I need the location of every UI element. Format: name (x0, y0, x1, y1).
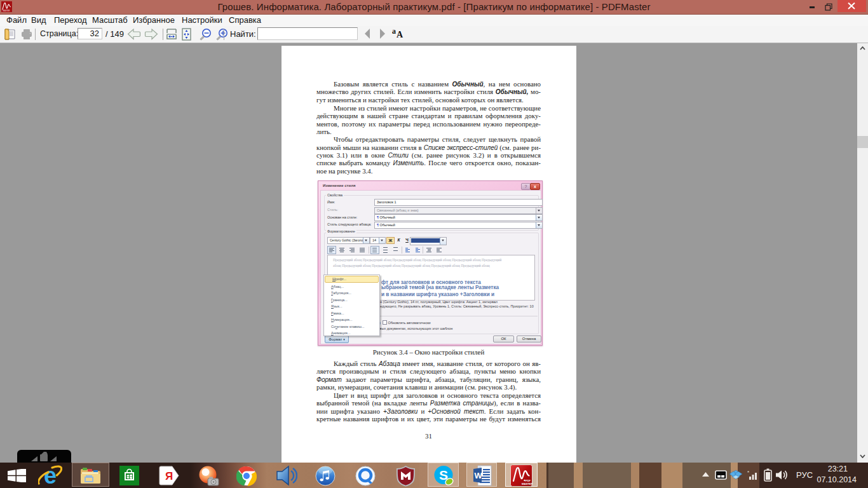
svg-text:*: * (747, 470, 749, 475)
svg-text:Я: Я (165, 470, 173, 482)
svg-text:W: W (475, 471, 483, 480)
svg-text:MASTER: MASTER (522, 482, 532, 485)
svg-text:MASTER: MASTER (3, 10, 10, 12)
